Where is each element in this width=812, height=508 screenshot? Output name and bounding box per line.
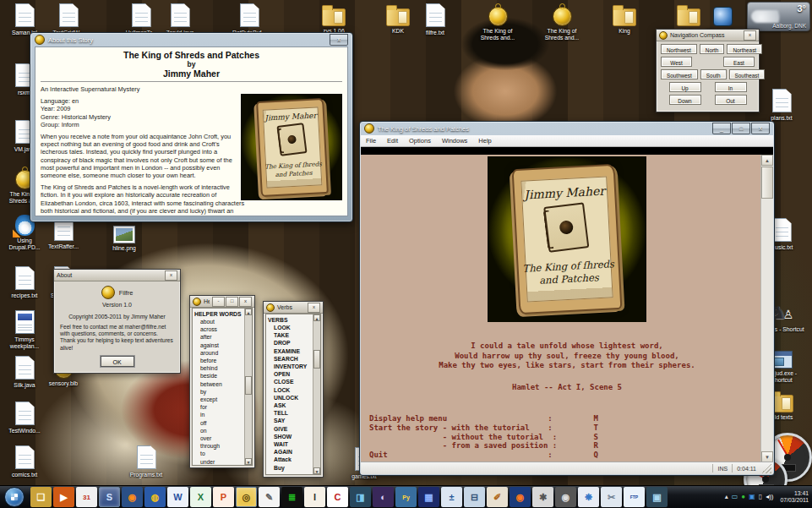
close-button[interactable]: x xyxy=(308,303,320,313)
taskbar-icon[interactable]: ✐ xyxy=(487,487,508,507)
taskbar-icon[interactable]: ⊟ xyxy=(464,487,485,507)
close-button[interactable]: x xyxy=(744,30,756,41)
helper-word-item[interactable]: between xyxy=(193,380,252,388)
helper-words-titlebar[interactable]: Helper Words - □ x xyxy=(190,296,254,308)
taskbar-icon[interactable]: ◍ xyxy=(144,487,166,507)
taskbar-icon[interactable]: ▣ xyxy=(646,487,668,507)
scroll-up-icon[interactable]: ▲ xyxy=(245,309,252,315)
taskbar-icon[interactable]: Py xyxy=(395,487,417,507)
helper-word-item[interactable]: in xyxy=(193,411,252,418)
direction-button[interactable]: Northwest xyxy=(661,44,697,54)
tray-icon[interactable]: ▣ xyxy=(749,493,755,501)
desktop-icon[interactable]: TestWindo... xyxy=(2,401,47,434)
direction-button[interactable]: In xyxy=(715,82,747,92)
menu-item[interactable]: Edit xyxy=(387,137,398,145)
close-button[interactable]: x xyxy=(751,123,770,134)
start-button[interactable] xyxy=(4,487,25,507)
direction-button[interactable]: South xyxy=(700,69,727,79)
helper-word-item[interactable]: under xyxy=(193,458,252,466)
compass-titlebar[interactable]: Navigation Compass x xyxy=(657,30,759,41)
desktop-icon[interactable]: The King of Shreds and... xyxy=(539,3,585,41)
tray-icon[interactable]: ▯ xyxy=(759,493,762,501)
taskbar-icon[interactable]: I xyxy=(304,487,325,507)
tray-icon[interactable]: ◂)) xyxy=(766,493,773,501)
scrollbar[interactable]: ▲ ▼ xyxy=(244,309,252,465)
taskbar-icon[interactable]: 31 xyxy=(76,487,97,507)
menu-item[interactable]: File xyxy=(366,137,376,145)
tray-icon[interactable]: ▭ xyxy=(732,493,738,501)
taskbar-icon[interactable]: ✎ xyxy=(259,487,280,507)
helper-word-item[interactable]: about xyxy=(193,318,252,325)
menu-item[interactable]: Windows xyxy=(442,137,467,145)
close-button[interactable]: x xyxy=(165,270,177,281)
desktop-icon[interactable]: Programs.txt xyxy=(123,445,169,478)
desktop-icon[interactable]: King xyxy=(602,3,647,35)
helper-word-item[interactable]: after xyxy=(193,333,252,341)
desktop-icon[interactable]: The King of Shreds and... xyxy=(475,3,520,41)
desktop-icon[interactable]: plans.txt xyxy=(759,88,804,122)
taskbar-icon[interactable]: ✱ xyxy=(532,487,553,507)
helper-word-item[interactable]: on xyxy=(193,427,252,434)
scrollbar[interactable]: ▲ ▼ xyxy=(760,155,773,462)
desktop-icon[interactable]: filfre.txt xyxy=(412,3,458,36)
scrollbar-thumb[interactable] xyxy=(761,167,773,199)
taskbar-icon[interactable]: ± xyxy=(441,487,462,507)
desktop-icon[interactable]: comics.txt xyxy=(2,445,47,478)
tray-icon[interactable]: ● xyxy=(741,493,745,501)
taskbar-icon[interactable]: ◉ xyxy=(122,487,143,507)
close-button[interactable]: x xyxy=(330,34,348,46)
helper-word-item[interactable]: by xyxy=(193,388,252,396)
taskbar-clock[interactable]: 13:41 07/03/2011 xyxy=(777,490,809,504)
taskbar-icon[interactable]: ▦ xyxy=(418,487,439,507)
taskbar-icon[interactable]: ≣ xyxy=(281,487,302,507)
direction-button[interactable]: Down xyxy=(669,95,701,105)
maximize-button[interactable]: □ xyxy=(732,123,750,134)
scrollbar-thumb[interactable] xyxy=(313,350,320,369)
maximize-button[interactable]: □ xyxy=(226,297,238,307)
helper-word-item[interactable]: through xyxy=(193,442,252,450)
helper-word-item[interactable]: over xyxy=(193,434,252,442)
scroll-down-icon[interactable]: ▼ xyxy=(313,467,320,474)
scrollbar-thumb[interactable] xyxy=(245,376,252,395)
scroll-down-icon[interactable]: ▼ xyxy=(245,458,252,465)
taskbar-icon[interactable]: ◐ xyxy=(373,487,394,507)
desktop-icon[interactable]: Saman.jnl xyxy=(2,3,47,36)
scrollbar[interactable]: ▲ ▼ xyxy=(313,314,320,474)
helper-word-item[interactable]: beside xyxy=(193,372,252,380)
taskbar-icon[interactable]: ◨ xyxy=(350,487,371,507)
minimize-button[interactable]: _ xyxy=(712,123,731,134)
direction-button[interactable]: Southeast xyxy=(729,69,766,79)
about-story-titlebar[interactable]: About this Story x xyxy=(30,33,352,46)
close-button[interactable]: x xyxy=(239,297,252,307)
ok-button[interactable]: OK xyxy=(101,356,134,367)
resize-grip[interactable] xyxy=(761,463,771,473)
game-titlebar[interactable]: The King of Shreds and Patches _ □ x xyxy=(360,122,774,135)
desktop-icon[interactable]: hline.png xyxy=(101,220,147,252)
taskbar-icon[interactable]: FTP xyxy=(624,487,645,507)
helper-word-item[interactable]: to xyxy=(193,450,252,457)
scroll-up-icon[interactable]: ▲ xyxy=(313,314,320,321)
weather-gadget[interactable]: 3° Aalborg, DNK xyxy=(747,2,810,31)
taskbar-icon[interactable]: ✂ xyxy=(601,487,622,507)
minimize-button[interactable]: - xyxy=(212,297,225,307)
direction-button[interactable]: West xyxy=(661,57,692,67)
direction-button[interactable]: Up xyxy=(669,82,701,92)
taskbar-icon[interactable]: X xyxy=(190,487,211,507)
desktop-icon[interactable]: Zarvld.java xyxy=(157,3,203,36)
taskbar-icon[interactable]: P xyxy=(213,487,234,507)
direction-button[interactable]: Out xyxy=(715,95,747,105)
menu-item[interactable]: Help xyxy=(478,137,491,145)
game-content[interactable]: Jimmy Maher The King of ſhreds and Patch… xyxy=(361,155,773,462)
helper-word-item[interactable]: except xyxy=(193,396,252,403)
helper-word-item[interactable]: before xyxy=(193,357,252,364)
desktop-icon[interactable]: zvs 1.06 xyxy=(311,3,357,35)
helper-word-item[interactable]: against xyxy=(193,341,252,349)
desktop-icon[interactable]: RatBvteBuf... xyxy=(226,3,272,36)
taskbar-icon[interactable]: ▶ xyxy=(53,487,74,507)
taskbar-icon[interactable]: ◎ xyxy=(236,487,257,507)
taskbar-icon[interactable]: ◉ xyxy=(555,487,576,507)
taskbar-icon[interactable]: S xyxy=(99,487,120,507)
taskbar-icon[interactable]: ❋ xyxy=(578,487,599,507)
direction-button[interactable]: Southwest xyxy=(661,69,698,79)
direction-button[interactable]: East xyxy=(723,57,755,67)
